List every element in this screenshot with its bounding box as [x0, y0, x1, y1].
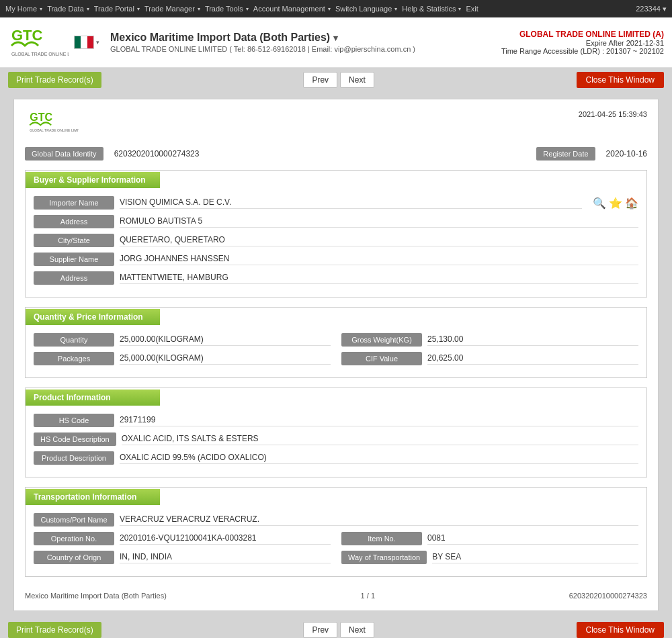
way-transport-label: Way of Transportation [341, 551, 427, 564]
global-data-identity-label: Global Data Identity [25, 147, 103, 161]
operation-item-row: Operation No. 20201016-VQU12100041KA-000… [34, 532, 638, 545]
item-no-value: 0081 [427, 533, 638, 545]
expire-date: Expire After 2021-12-31 [501, 39, 664, 47]
product-desc-label: Product Description [34, 451, 114, 465]
quantity-price-section: Quantity & Price Information Quantity 25… [25, 307, 647, 378]
importer-name-label: Importer Name [34, 196, 114, 210]
transportation-title: Transportation Information [26, 489, 160, 505]
product-title: Product Information [26, 390, 160, 406]
packages-label: Packages [34, 352, 114, 365]
supplier-address-value: MATTENTWIETE, HAMBURG [120, 273, 638, 284]
quantity-price-body: Quantity 25,000.00(KILOGRAM) Gross Weigh… [26, 326, 646, 377]
record-timestamp: 2021-04-25 15:39:43 [579, 110, 647, 118]
identity-row: Global Data Identity 6203202010000274323… [25, 147, 647, 161]
transportation-body: Customs/Port Name VERACRUZ VERACRUZ VERA… [26, 506, 646, 576]
print-button-bottom[interactable]: Print Trade Record(s) [8, 622, 101, 638]
city-state-row: City/State QUERETARO, QUERETARO [34, 234, 638, 247]
nav-my-home[interactable]: My Home▾ [5, 5, 42, 13]
nav-trade-manager[interactable]: Trade Manager▾ [144, 5, 200, 13]
top-action-bar: Print Trade Record(s) Prev Next Close Th… [0, 68, 672, 92]
top-company-link[interactable]: GLOBAL TRADE ONLINE LIMITED (A) [519, 30, 664, 39]
quantity-value: 25,000.00(KILOGRAM) [120, 334, 331, 346]
product-desc-value: OXALIC ACID 99.5% (ACIDO OXALICO) [120, 453, 638, 464]
buyer-supplier-section: Buyer & Supplier Information Importer Na… [25, 170, 647, 298]
record-source: Mexico Maritime Import Data (Both Partie… [25, 592, 167, 600]
hs-code-value: 29171199 [120, 415, 638, 426]
next-button-top[interactable]: Next [340, 72, 374, 88]
star-icon[interactable]: ⭐ [609, 197, 622, 210]
record-card: GTC GLOBAL TRADE ONLINE LIMITED 2021-04-… [13, 99, 659, 611]
importer-name-row: Importer Name VISION QUIMICA S.A. DE C.V… [34, 196, 638, 210]
prev-button-bottom[interactable]: Prev [303, 622, 337, 638]
supplier-name-row: Supplier Name JORG JOHANNES HANSSEN [34, 253, 638, 266]
customs-port-label: Customs/Port Name [34, 513, 114, 527]
buyer-address-value: ROMULO BAUTISTA 5 [120, 216, 638, 228]
packages-value: 25,000.00(KILOGRAM) [120, 353, 331, 365]
city-state-label: City/State [34, 234, 114, 247]
global-data-identity-value: 6203202010000274323 [114, 149, 526, 158]
quantity-price-title: Quantity & Price Information [26, 309, 160, 325]
buyer-supplier-title: Buyer & Supplier Information [26, 172, 160, 188]
record-id-footer: 6203202010000274323 [569, 592, 647, 600]
supplier-address-row: Address MATTENTWIETE, HAMBURG [34, 271, 638, 285]
way-transport-value: BY SEA [432, 552, 638, 563]
cif-value: 20,625.00 [427, 353, 638, 365]
buyer-supplier-body: Importer Name VISION QUIMICA S.A. DE C.V… [26, 189, 646, 297]
nav-trade-data[interactable]: Trade Data▾ [47, 5, 89, 13]
cif-value-label: CIF Value [341, 352, 422, 365]
customs-port-value: VERACRUZ VERACRUZ VERACRUZ. [120, 514, 638, 526]
item-no-label: Item No. [341, 532, 422, 545]
account-number: 223344 ▾ [636, 5, 667, 13]
quantity-gross-row: Quantity 25,000.00(KILOGRAM) Gross Weigh… [34, 333, 638, 347]
company-contact: GLOBAL TRADE ONLINE LIMITED ( Tel: 86-51… [110, 45, 415, 53]
hs-description-row: HS Code Description OXALIC ACID, ITS SAL… [34, 432, 638, 446]
search-icon[interactable]: 🔍 [593, 197, 606, 210]
register-date-label: Register Date [536, 147, 595, 161]
hs-code-row: HS Code 29171199 [34, 414, 638, 427]
next-button-bottom[interactable]: Next [340, 622, 374, 638]
register-date-value: 2020-10-16 [606, 149, 647, 158]
nav-trade-tools[interactable]: Trade Tools▾ [205, 5, 249, 13]
nav-switch-language[interactable]: Switch Language▾ [335, 5, 397, 13]
supplier-address-label: Address [34, 271, 114, 285]
card-logo: GTC GLOBAL TRADE ONLINE LIMITED [25, 110, 79, 139]
header-title-area: Mexico Maritime Import Data (Both Partie… [110, 32, 415, 53]
customs-port-row: Customs/Port Name VERACRUZ VERACRUZ VERA… [34, 513, 638, 527]
country-transport-row: Country of Orign IN, IND, INDIA Way of T… [34, 551, 638, 564]
home-icon[interactable]: 🏠 [625, 197, 638, 210]
svg-text:GTC: GTC [30, 111, 52, 123]
supplier-name-label: Supplier Name [34, 253, 114, 266]
operation-no-value: 20201016-VQU12100041KA-0003281 [120, 533, 331, 545]
product-desc-row: Product Description OXALIC ACID 99.5% (A… [34, 451, 638, 465]
header-bar: GTC GLOBAL TRADE ONLINE LIMITED ▾ Mexico… [0, 17, 672, 68]
svg-text:GLOBAL TRADE ONLINE LIMITED: GLOBAL TRADE ONLINE LIMITED [30, 128, 79, 132]
gross-weight-value: 25,130.00 [427, 334, 638, 346]
print-button-top[interactable]: Print Trade Record(s) [8, 72, 101, 88]
product-section: Product Information HS Code 29171199 HS … [25, 388, 647, 477]
flag-dropdown[interactable]: ▾ [96, 39, 99, 46]
nav-account-management[interactable]: Account Management▾ [253, 5, 331, 13]
nav-trade-portal[interactable]: Trade Portal▾ [94, 5, 140, 13]
bottom-action-bar: Print Trade Record(s) Prev Next Close Th… [0, 618, 672, 638]
page-title: Mexico Maritime Import Data (Both Partie… [110, 32, 415, 44]
logo: GTC GLOBAL TRADE ONLINE LIMITED [8, 26, 69, 59]
logo-area: GTC GLOBAL TRADE ONLINE LIMITED ▾ [8, 26, 99, 59]
nav-exit[interactable]: Exit [466, 5, 480, 13]
title-dropdown-icon[interactable]: ▾ [333, 33, 338, 43]
close-button-bottom[interactable]: Close This Window [577, 622, 664, 638]
svg-text:GLOBAL TRADE ONLINE LIMITED: GLOBAL TRADE ONLINE LIMITED [11, 52, 69, 56]
top-navigation: My Home▾ Trade Data▾ Trade Portal▾ Trade… [0, 0, 672, 17]
quantity-label: Quantity [34, 333, 114, 347]
card-header: GTC GLOBAL TRADE ONLINE LIMITED 2021-04-… [25, 110, 647, 139]
hs-description-value: OXALIC ACID, ITS SALTS & ESTERS [122, 434, 638, 445]
prev-button-top[interactable]: Prev [303, 72, 337, 88]
supplier-name-value: JORG JOHANNES HANSSEN [120, 254, 638, 265]
ldr-range: Time Range Accessible (LDR) : 201307 ~ 2… [501, 47, 664, 55]
buyer-address-label: Address [34, 215, 114, 228]
product-body: HS Code 29171199 HS Code Description OXA… [26, 407, 646, 477]
buyer-address-row: Address ROMULO BAUTISTA 5 [34, 215, 638, 228]
close-button-top[interactable]: Close This Window [577, 72, 664, 88]
city-state-value: QUERETARO, QUERETARO [120, 235, 638, 246]
nav-help-statistics[interactable]: Help & Statistics▾ [402, 5, 461, 13]
gross-weight-label: Gross Weight(KG) [341, 333, 422, 347]
